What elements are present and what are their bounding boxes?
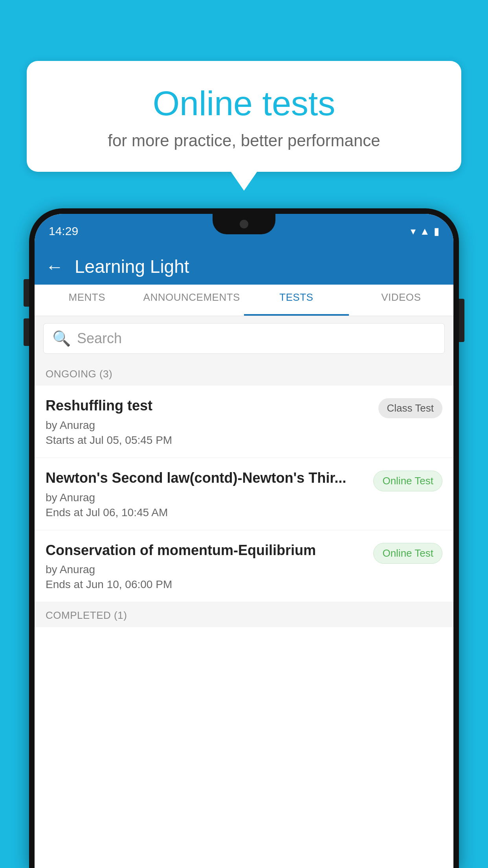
- test-badge-reshuffling: Class Test: [378, 398, 442, 418]
- phone-frame: 14:29 ▾ ▲ ▮ ← Learning Light MENTS ANNOU…: [29, 208, 459, 868]
- status-bar: 14:29 ▾ ▲ ▮: [35, 214, 453, 248]
- phone-btn-power: [459, 299, 464, 342]
- test-name-reshuffling: Reshuffling test: [46, 397, 371, 415]
- status-icons: ▾ ▲ ▮: [411, 225, 439, 237]
- test-author-conservation: by Anurag: [46, 563, 365, 576]
- signal-icon: ▲: [420, 225, 430, 237]
- phone-btn-volume-down: [24, 318, 29, 346]
- test-time-newtons: Ends at Jul 06, 10:45 AM: [46, 506, 365, 519]
- search-icon: 🔍: [52, 330, 71, 347]
- back-button[interactable]: ←: [46, 256, 64, 277]
- tab-announcements[interactable]: ANNOUNCEMENTS: [139, 285, 244, 316]
- tab-videos[interactable]: VIDEOS: [349, 285, 454, 316]
- tab-ments[interactable]: MENTS: [35, 285, 139, 316]
- bubble-title: Online tests: [46, 85, 442, 123]
- phone-screen: 14:29 ▾ ▲ ▮ ← Learning Light MENTS ANNOU…: [35, 214, 453, 868]
- test-info-newtons: Newton's Second law(contd)-Newton's Thir…: [46, 469, 373, 519]
- status-time: 14:29: [49, 224, 78, 238]
- test-time-conservation: Ends at Jun 10, 06:00 PM: [46, 578, 365, 591]
- camera: [240, 220, 248, 228]
- test-badge-newtons: Online Test: [373, 471, 442, 491]
- test-item-newtons[interactable]: Newton's Second law(contd)-Newton's Thir…: [35, 458, 453, 530]
- test-name-conservation: Conservation of momentum-Equilibrium: [46, 541, 365, 560]
- search-box[interactable]: 🔍 Search: [43, 323, 445, 354]
- search-container: 🔍 Search: [35, 316, 453, 361]
- notch: [213, 214, 275, 234]
- app-title: Learning Light: [75, 256, 189, 277]
- bubble-subtitle: for more practice, better performance: [46, 131, 442, 150]
- completed-section-label: COMPLETED (1): [35, 602, 453, 627]
- speech-bubble: Online tests for more practice, better p…: [27, 61, 461, 172]
- tab-tests[interactable]: TESTS: [244, 285, 349, 316]
- ongoing-section-label: ONGOING (3): [35, 361, 453, 386]
- test-author-newtons: by Anurag: [46, 491, 365, 504]
- test-author-reshuffling: by Anurag: [46, 419, 371, 432]
- test-item-conservation[interactable]: Conservation of momentum-Equilibrium by …: [35, 530, 453, 603]
- search-placeholder: Search: [77, 330, 122, 347]
- test-badge-conservation: Online Test: [373, 543, 442, 564]
- test-info-reshuffling: Reshuffling test by Anurag Starts at Jul…: [46, 397, 378, 447]
- wifi-icon: ▾: [411, 225, 416, 237]
- test-time-reshuffling: Starts at Jul 05, 05:45 PM: [46, 434, 371, 447]
- tabs-bar: MENTS ANNOUNCEMENTS TESTS VIDEOS: [35, 285, 453, 316]
- phone-btn-volume-up: [24, 279, 29, 307]
- test-name-newtons: Newton's Second law(contd)-Newton's Thir…: [46, 469, 365, 487]
- app-header: ← Learning Light: [35, 248, 453, 285]
- test-info-conservation: Conservation of momentum-Equilibrium by …: [46, 541, 373, 591]
- battery-icon: ▮: [434, 225, 439, 237]
- test-item-reshuffling[interactable]: Reshuffling test by Anurag Starts at Jul…: [35, 386, 453, 458]
